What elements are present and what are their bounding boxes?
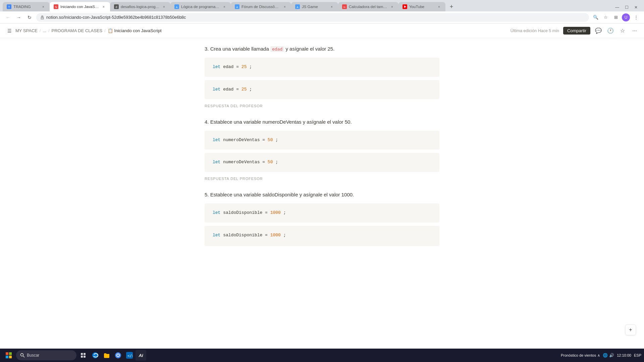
topbar-left: ☰ MY SPACE / ... / PROGRAMA DE CLASES / … [5,27,162,35]
systray: Pronóstico de vientos ∧ [561,353,600,358]
topbar-right: Última edición Hace 5 min Compartir 💬 🕐 … [511,27,639,35]
question-4-text: 4. Establece una variable numeroDeVentas… [205,118,439,126]
close-window-button[interactable]: ✕ [632,3,640,11]
main-content[interactable]: 3. Crea una variable llamada edad y asíg… [0,38,644,362]
tab-jsgame[interactable]: A JS Game × [291,2,338,11]
current-page-title: 📋 Iniciando con JavaScript [108,28,162,33]
svg-rect-17 [9,352,12,355]
tab-close-desafios[interactable]: × [162,4,166,9]
share-button[interactable]: Compartir [563,27,590,35]
code-kw-ans: let [213,87,220,92]
tab-close-jsgame[interactable]: × [329,4,334,9]
breadcrumb-ellipsis[interactable]: ... [43,28,46,33]
search-icon-nav[interactable]: 🔍 [592,13,600,21]
extension-icon[interactable]: ⊞ [612,13,620,21]
tab-title-forum: Fórum de Discussões | A... [241,5,280,9]
maximize-button[interactable]: ☐ [623,3,631,11]
code-op-4-ans: = [262,160,268,165]
forward-button[interactable]: → [15,13,23,21]
question-3-inline-code: edad [270,46,284,52]
tab-close-logica[interactable]: × [222,4,227,9]
settings-icon[interactable]: ⋮ [632,13,640,21]
svg-point-20 [21,354,23,356]
question-5-answer-code: let saldoDisponible = 1000 ; [205,226,439,246]
star-icon[interactable]: ☆ [619,27,627,35]
code-num: 25 [241,64,247,69]
taskbar: Buscar </> Ai [0,349,644,362]
tab-forum[interactable]: A Fórum de Discussões | A... × [231,2,291,11]
last-edited-text: Última edición Hace 5 min [511,28,559,33]
taskbar-search[interactable]: Buscar [16,350,76,360]
clock-display: 12:10:00 [617,353,631,357]
address-bar[interactable]: notion.so/Iniciando-con-JavaScript-52d9e… [36,13,589,22]
taskbar-explorer-icon[interactable] [101,350,112,361]
profile-icon[interactable]: U [622,13,630,21]
svg-text:T: T [8,5,10,9]
reload-button[interactable]: ↻ [25,13,34,21]
tab-close-youtube[interactable]: × [437,4,441,9]
tab-close-trading[interactable]: × [41,4,46,9]
sidebar-toggle-icon[interactable]: ☰ [5,27,13,35]
search-icon [20,353,25,358]
more-options-icon[interactable]: ··· [631,27,639,35]
svg-rect-18 [6,356,8,358]
back-button[interactable]: ← [4,13,12,21]
svg-rect-19 [9,356,12,358]
svg-text:A: A [176,6,178,9]
page-emoji-icon: 📋 [108,28,113,33]
tab-calculadora[interactable]: N Calculadora del tamaño ... × [338,2,398,11]
taskbar-ai-icon[interactable]: Ai [136,350,146,361]
code-op-ans: = [236,87,241,92]
bookmark-icon[interactable]: ☆ [602,13,610,21]
code-num-5-ans: 1000 [270,233,281,238]
code-var: edad [223,64,233,69]
tab-desafios[interactable]: d desafios-logica-program... × [110,2,170,11]
tab-close-notion[interactable]: × [101,4,106,9]
expand-button[interactable]: + [625,324,636,335]
code-kw: let [213,64,220,69]
question-3: 3. Crea una variable llamada edad y asíg… [205,45,439,108]
history-icon[interactable]: 🕐 [606,27,614,35]
question-5: 5. Establece una variable saldoDisponibl… [205,191,439,246]
tab-notion[interactable]: N Iniciando con JavaScript × [50,2,110,11]
task-view-icon [80,353,86,358]
volume-icon[interactable]: 🔊 [609,353,614,358]
code-var-5-ans: saldoDisponible [223,233,262,238]
taskbar-edge-icon[interactable] [90,350,101,361]
code-pun: ; [249,64,252,69]
tab-close-forum[interactable]: × [282,4,287,9]
tab-trading[interactable]: T TRADING × [3,2,50,11]
tab-close-calculadora[interactable]: × [390,4,394,9]
chevron-up-icon[interactable]: ∧ [597,353,600,358]
address-text: notion.so/Iniciando-con-JavaScript-52d9e… [46,15,186,20]
minimize-button[interactable]: — [613,3,621,11]
comment-icon[interactable]: 💬 [594,27,602,35]
svg-rect-16 [6,352,8,355]
breadcrumb-programa[interactable]: PROGRAMA DE CLASES [52,28,103,33]
systray-icons: 🌐 🔊 [603,353,614,358]
svg-point-26 [92,352,98,358]
taskbar-apps: </> Ai [90,350,146,361]
tab-title-trading: TRADING [13,5,39,9]
svg-rect-23 [84,353,86,355]
task-view-button[interactable] [78,350,89,361]
network-icon[interactable]: 🌐 [603,353,608,358]
tab-favicon-calculadora: N [342,4,347,9]
code-pun-ans: ; [249,87,252,92]
tab-logica[interactable]: A Lógica de programación... × [170,2,231,11]
tab-favicon-logica: A [174,4,179,9]
breadcrumb-myspace[interactable]: MY SPACE [15,28,38,33]
browser-chrome: T TRADING × N Iniciando con JavaScript ×… [0,0,644,23]
code-op-5: = [265,210,270,215]
tab-youtube[interactable]: YouTube × [398,2,445,11]
svg-text:A: A [236,6,238,9]
start-button[interactable] [3,349,15,361]
code-num-ans: 25 [241,87,247,92]
taskbar-vscode-icon[interactable]: </> [124,350,135,361]
code-kw-5-ans: let [213,233,220,238]
taskbar-chrome-icon[interactable] [113,350,123,361]
new-tab-button[interactable]: + [447,2,456,11]
code-pun-5-ans: ; [283,233,286,238]
ai-label: Ai [139,353,143,358]
code-op: = [236,64,241,69]
